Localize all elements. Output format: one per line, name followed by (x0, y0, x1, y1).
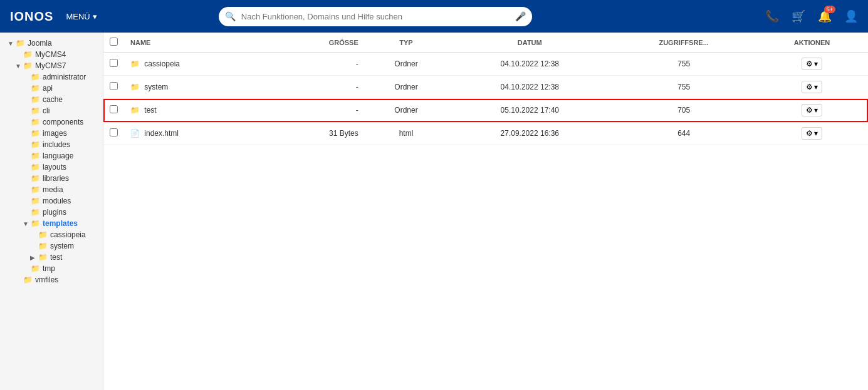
sidebar-item-cli[interactable]: 📁cli (0, 105, 103, 116)
file-access: 644 (612, 122, 756, 145)
sidebar-item-system[interactable]: 📁system (0, 240, 103, 252)
sidebar-item-label: plugins (43, 208, 66, 217)
mic-icon[interactable]: 🎤 (515, 11, 526, 21)
sidebar-item-label: layouts (43, 163, 66, 172)
folder-icon: 📁 (31, 151, 40, 160)
cart-icon[interactable]: 🛒 (792, 9, 805, 23)
sidebar-item-mycms4[interactable]: 📁MyCMS4 (0, 49, 103, 60)
file-date: 05.10.2022 17:40 (447, 99, 612, 122)
menu-label: MENÜ (66, 12, 90, 21)
sidebar-item-api[interactable]: 📁api (0, 83, 103, 94)
actions-button[interactable]: ⚙ ▾ (802, 127, 822, 140)
folder-icon: 📁 (38, 242, 48, 250)
row-checkbox[interactable] (110, 59, 118, 67)
folder-icon: 📁 (31, 118, 40, 126)
chevron-down-icon: ▾ (814, 106, 818, 115)
row-checkbox[interactable] (110, 82, 118, 90)
folder-icon: 📁 (16, 39, 25, 48)
header: IONOS MENÜ ▾ 🔍 🎤 📞 🛒 🔔 5+ 👤 (0, 0, 868, 33)
sidebar-item-mycms7[interactable]: ▼📁MyCMS7 (0, 60, 103, 71)
file-name: system (144, 83, 168, 91)
chevron-down-icon: ▾ (93, 12, 97, 21)
sidebar-item-tmp[interactable]: 📁tmp (0, 263, 103, 274)
search-bar: 🔍 🎤 (219, 7, 532, 26)
file-table: NAME GRÖSSE TYP DATUM ZUGRIFFSRE... AKTI… (103, 33, 868, 390)
row-checkbox[interactable] (110, 128, 118, 136)
select-all-checkbox[interactable] (110, 38, 118, 46)
file-icon: 📄 (130, 129, 140, 138)
table-row: 📄 index.html 31 Bytes html 27.09.2022 16… (103, 122, 868, 145)
table-row: 📁 cassiopeia - Ordner 04.10.2022 12:38 7… (103, 53, 868, 76)
folder-icon: 📁 (31, 73, 40, 81)
actions-button[interactable]: ⚙ ▾ (802, 81, 822, 93)
sidebar-item-includes[interactable]: 📁includes (0, 139, 103, 150)
sidebar-item-templates[interactable]: ▼📁templates (0, 218, 103, 229)
sidebar-item-vmfiles[interactable]: 📁vmfiles (0, 274, 103, 285)
sidebar-item-libraries[interactable]: 📁libraries (0, 173, 103, 184)
file-type: html (365, 122, 448, 145)
toggle-icon: ▼ (23, 220, 29, 227)
folder-icon: 📁 (31, 185, 40, 194)
chevron-down-icon: ▾ (814, 129, 818, 138)
folder-icon: 📁 (38, 230, 48, 239)
row-checkbox[interactable] (110, 105, 118, 113)
folder-icon: 📁 (130, 106, 140, 115)
sidebar-item-layouts[interactable]: 📁layouts (0, 162, 103, 173)
folder-icon: 📁 (31, 197, 40, 205)
file-size: - (268, 76, 365, 99)
search-input[interactable] (219, 7, 532, 26)
sidebar-item-modules[interactable]: 📁modules (0, 195, 103, 207)
folder-icon: 📁 (31, 208, 40, 217)
sidebar-item-test[interactable]: ▶📁test (0, 252, 103, 263)
file-date: 04.10.2022 12:38 (447, 53, 612, 76)
chevron-down-icon: ▾ (814, 59, 818, 68)
sidebar: ▼📁Joomla📁MyCMS4▼📁MyCMS7📁administrator📁ap… (0, 33, 103, 390)
phone-icon[interactable]: 📞 (765, 9, 779, 23)
sidebar-item-label: includes (43, 140, 70, 149)
sidebar-item-components[interactable]: 📁components (0, 116, 103, 128)
folder-icon: 📁 (31, 219, 40, 228)
file-access: 755 (612, 76, 756, 99)
sidebar-item-joomla[interactable]: ▼📁Joomla (0, 38, 103, 49)
folder-icon: 📁 (23, 61, 33, 70)
user-icon[interactable]: 👤 (844, 9, 858, 23)
chevron-down-icon: ▾ (814, 83, 818, 91)
sidebar-item-language[interactable]: 📁language (0, 150, 103, 162)
content-area: NAME GRÖSSE TYP DATUM ZUGRIFFSRE... AKTI… (103, 33, 868, 390)
folder-icon: 📁 (23, 275, 33, 284)
search-icon: 🔍 (225, 11, 236, 21)
sidebar-item-label: cli (43, 106, 50, 115)
sidebar-item-label: language (43, 151, 73, 160)
col-type: TYP (365, 33, 448, 53)
sidebar-item-label: images (43, 129, 67, 138)
sidebar-item-administrator[interactable]: 📁administrator (0, 71, 103, 83)
file-type: Ordner (365, 53, 448, 76)
sidebar-item-label: media (43, 185, 63, 194)
actions-button[interactable]: ⚙ ▾ (802, 58, 822, 70)
col-actions: AKTIONEN (756, 33, 868, 53)
sidebar-item-plugins[interactable]: 📁plugins (0, 207, 103, 218)
table-row: 📁 system - Ordner 04.10.2022 12:38 755 ⚙… (103, 76, 868, 99)
sidebar-item-images[interactable]: 📁images (0, 128, 103, 139)
sidebar-item-cache[interactable]: 📁cache (0, 94, 103, 105)
folder-icon: 📁 (31, 174, 40, 183)
actions-button[interactable]: ⚙ ▾ (802, 104, 822, 116)
folder-icon: 📁 (31, 84, 40, 93)
gear-icon: ⚙ (806, 106, 813, 115)
col-access: ZUGRIFFSRE... (612, 33, 756, 53)
menu-button[interactable]: MENÜ ▾ (66, 12, 97, 21)
sidebar-item-label: api (43, 84, 53, 93)
notification-icon[interactable]: 🔔 5+ (818, 9, 832, 23)
folder-icon: 📁 (130, 59, 140, 68)
file-date: 04.10.2022 12:38 (447, 76, 612, 99)
sidebar-item-media[interactable]: 📁media (0, 184, 103, 195)
sidebar-item-cassiopeia[interactable]: 📁cassiopeia (0, 229, 103, 240)
file-name: index.html (144, 129, 179, 138)
folder-icon: 📁 (31, 264, 40, 273)
folder-icon: 📁 (31, 106, 40, 115)
sidebar-item-label: Joomla (28, 39, 52, 48)
toggle-icon: ▼ (8, 40, 14, 47)
col-size: GRÖSSE (268, 33, 365, 53)
header-icons: 📞 🛒 🔔 5+ 👤 (765, 9, 858, 23)
notification-badge: 5+ (824, 6, 835, 13)
